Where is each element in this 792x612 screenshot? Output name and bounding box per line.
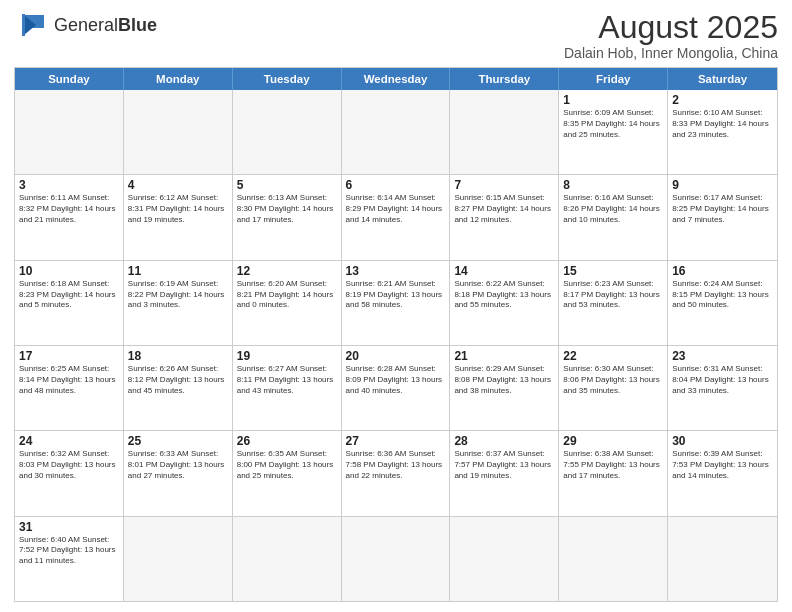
cell-info-text: Sunrise: 6:21 AM Sunset: 8:19 PM Dayligh…	[346, 279, 446, 311]
cell-info-text: Sunrise: 6:29 AM Sunset: 8:08 PM Dayligh…	[454, 364, 554, 396]
logo-text: GeneralBlue	[54, 16, 157, 35]
cell-info-text: Sunrise: 6:16 AM Sunset: 8:26 PM Dayligh…	[563, 193, 663, 225]
cell-day-number: 27	[346, 434, 446, 448]
cell-day-number: 24	[19, 434, 119, 448]
cell-info-text: Sunrise: 6:37 AM Sunset: 7:57 PM Dayligh…	[454, 449, 554, 481]
weekday-header-friday: Friday	[559, 68, 668, 90]
calendar-cell-r2-c5: 15Sunrise: 6:23 AM Sunset: 8:17 PM Dayli…	[559, 261, 668, 345]
cell-info-text: Sunrise: 6:19 AM Sunset: 8:22 PM Dayligh…	[128, 279, 228, 311]
cell-info-text: Sunrise: 6:17 AM Sunset: 8:25 PM Dayligh…	[672, 193, 773, 225]
calendar-cell-r4-c2: 26Sunrise: 6:35 AM Sunset: 8:00 PM Dayli…	[233, 431, 342, 515]
calendar-row-3: 17Sunrise: 6:25 AM Sunset: 8:14 PM Dayli…	[15, 345, 777, 430]
calendar-cell-r1-c3: 6Sunrise: 6:14 AM Sunset: 8:29 PM Daylig…	[342, 175, 451, 259]
calendar-cell-r5-c4	[450, 517, 559, 601]
cell-day-number: 1	[563, 93, 663, 107]
cell-info-text: Sunrise: 6:11 AM Sunset: 8:32 PM Dayligh…	[19, 193, 119, 225]
calendar-cell-r2-c3: 13Sunrise: 6:21 AM Sunset: 8:19 PM Dayli…	[342, 261, 451, 345]
calendar-cell-r0-c3	[342, 90, 451, 174]
cell-info-text: Sunrise: 6:30 AM Sunset: 8:06 PM Dayligh…	[563, 364, 663, 396]
weekday-header-wednesday: Wednesday	[342, 68, 451, 90]
calendar-row-1: 3Sunrise: 6:11 AM Sunset: 8:32 PM Daylig…	[15, 174, 777, 259]
calendar-cell-r5-c1	[124, 517, 233, 601]
cell-info-text: Sunrise: 6:35 AM Sunset: 8:00 PM Dayligh…	[237, 449, 337, 481]
cell-day-number: 13	[346, 264, 446, 278]
calendar-cell-r1-c0: 3Sunrise: 6:11 AM Sunset: 8:32 PM Daylig…	[15, 175, 124, 259]
cell-day-number: 25	[128, 434, 228, 448]
cell-day-number: 7	[454, 178, 554, 192]
weekday-header-tuesday: Tuesday	[233, 68, 342, 90]
calendar-cell-r4-c1: 25Sunrise: 6:33 AM Sunset: 8:01 PM Dayli…	[124, 431, 233, 515]
cell-info-text: Sunrise: 6:26 AM Sunset: 8:12 PM Dayligh…	[128, 364, 228, 396]
cell-day-number: 23	[672, 349, 773, 363]
cell-info-text: Sunrise: 6:25 AM Sunset: 8:14 PM Dayligh…	[19, 364, 119, 396]
calendar-cell-r2-c0: 10Sunrise: 6:18 AM Sunset: 8:23 PM Dayli…	[15, 261, 124, 345]
calendar-cell-r4-c4: 28Sunrise: 6:37 AM Sunset: 7:57 PM Dayli…	[450, 431, 559, 515]
cell-info-text: Sunrise: 6:24 AM Sunset: 8:15 PM Dayligh…	[672, 279, 773, 311]
cell-day-number: 31	[19, 520, 119, 534]
cell-day-number: 18	[128, 349, 228, 363]
cell-day-number: 16	[672, 264, 773, 278]
calendar-cell-r3-c2: 19Sunrise: 6:27 AM Sunset: 8:11 PM Dayli…	[233, 346, 342, 430]
cell-info-text: Sunrise: 6:28 AM Sunset: 8:09 PM Dayligh…	[346, 364, 446, 396]
weekday-header-saturday: Saturday	[668, 68, 777, 90]
svg-rect-3	[22, 14, 25, 36]
cell-day-number: 15	[563, 264, 663, 278]
calendar-cell-r3-c1: 18Sunrise: 6:26 AM Sunset: 8:12 PM Dayli…	[124, 346, 233, 430]
calendar-cell-r0-c4	[450, 90, 559, 174]
cell-info-text: Sunrise: 6:20 AM Sunset: 8:21 PM Dayligh…	[237, 279, 337, 311]
calendar-cell-r0-c1	[124, 90, 233, 174]
cell-day-number: 26	[237, 434, 337, 448]
cell-info-text: Sunrise: 6:39 AM Sunset: 7:53 PM Dayligh…	[672, 449, 773, 481]
cell-info-text: Sunrise: 6:15 AM Sunset: 8:27 PM Dayligh…	[454, 193, 554, 225]
cell-day-number: 28	[454, 434, 554, 448]
calendar-cell-r5-c0: 31Sunrise: 6:40 AM Sunset: 7:52 PM Dayli…	[15, 517, 124, 601]
calendar-cell-r2-c2: 12Sunrise: 6:20 AM Sunset: 8:21 PM Dayli…	[233, 261, 342, 345]
cell-day-number: 29	[563, 434, 663, 448]
calendar-cell-r4-c6: 30Sunrise: 6:39 AM Sunset: 7:53 PM Dayli…	[668, 431, 777, 515]
cell-info-text: Sunrise: 6:22 AM Sunset: 8:18 PM Dayligh…	[454, 279, 554, 311]
cell-info-text: Sunrise: 6:14 AM Sunset: 8:29 PM Dayligh…	[346, 193, 446, 225]
cell-day-number: 6	[346, 178, 446, 192]
calendar-cell-r0-c5: 1Sunrise: 6:09 AM Sunset: 8:35 PM Daylig…	[559, 90, 668, 174]
cell-day-number: 14	[454, 264, 554, 278]
page: GeneralBlue August 2025 Dalain Hob, Inne…	[0, 0, 792, 612]
calendar-cell-r4-c3: 27Sunrise: 6:36 AM Sunset: 7:58 PM Dayli…	[342, 431, 451, 515]
calendar-row-2: 10Sunrise: 6:18 AM Sunset: 8:23 PM Dayli…	[15, 260, 777, 345]
cell-day-number: 20	[346, 349, 446, 363]
cell-day-number: 19	[237, 349, 337, 363]
calendar-cell-r4-c5: 29Sunrise: 6:38 AM Sunset: 7:55 PM Dayli…	[559, 431, 668, 515]
cell-day-number: 4	[128, 178, 228, 192]
calendar-cell-r0-c0	[15, 90, 124, 174]
weekday-header-sunday: Sunday	[15, 68, 124, 90]
cell-info-text: Sunrise: 6:23 AM Sunset: 8:17 PM Dayligh…	[563, 279, 663, 311]
cell-info-text: Sunrise: 6:13 AM Sunset: 8:30 PM Dayligh…	[237, 193, 337, 225]
calendar-cell-r3-c0: 17Sunrise: 6:25 AM Sunset: 8:14 PM Dayli…	[15, 346, 124, 430]
calendar-cell-r1-c5: 8Sunrise: 6:16 AM Sunset: 8:26 PM Daylig…	[559, 175, 668, 259]
cell-day-number: 17	[19, 349, 119, 363]
calendar-header-row: SundayMondayTuesdayWednesdayThursdayFrid…	[15, 68, 777, 90]
calendar-cell-r5-c3	[342, 517, 451, 601]
cell-info-text: Sunrise: 6:33 AM Sunset: 8:01 PM Dayligh…	[128, 449, 228, 481]
cell-info-text: Sunrise: 6:36 AM Sunset: 7:58 PM Dayligh…	[346, 449, 446, 481]
cell-day-number: 9	[672, 178, 773, 192]
title-block: August 2025 Dalain Hob, Inner Mongolia, …	[564, 10, 778, 61]
calendar-subtitle: Dalain Hob, Inner Mongolia, China	[564, 45, 778, 61]
logo: GeneralBlue	[14, 10, 157, 40]
weekday-header-thursday: Thursday	[450, 68, 559, 90]
cell-day-number: 11	[128, 264, 228, 278]
cell-info-text: Sunrise: 6:10 AM Sunset: 8:33 PM Dayligh…	[672, 108, 773, 140]
calendar-cell-r1-c1: 4Sunrise: 6:12 AM Sunset: 8:31 PM Daylig…	[124, 175, 233, 259]
calendar-row-0: 1Sunrise: 6:09 AM Sunset: 8:35 PM Daylig…	[15, 90, 777, 174]
calendar-body: 1Sunrise: 6:09 AM Sunset: 8:35 PM Daylig…	[15, 90, 777, 601]
cell-day-number: 21	[454, 349, 554, 363]
weekday-header-monday: Monday	[124, 68, 233, 90]
calendar-cell-r3-c3: 20Sunrise: 6:28 AM Sunset: 8:09 PM Dayli…	[342, 346, 451, 430]
cell-info-text: Sunrise: 6:40 AM Sunset: 7:52 PM Dayligh…	[19, 535, 119, 567]
header: GeneralBlue August 2025 Dalain Hob, Inne…	[14, 10, 778, 61]
calendar-cell-r1-c2: 5Sunrise: 6:13 AM Sunset: 8:30 PM Daylig…	[233, 175, 342, 259]
cell-day-number: 30	[672, 434, 773, 448]
cell-day-number: 8	[563, 178, 663, 192]
cell-day-number: 2	[672, 93, 773, 107]
calendar-cell-r0-c6: 2Sunrise: 6:10 AM Sunset: 8:33 PM Daylig…	[668, 90, 777, 174]
calendar-cell-r5-c2	[233, 517, 342, 601]
